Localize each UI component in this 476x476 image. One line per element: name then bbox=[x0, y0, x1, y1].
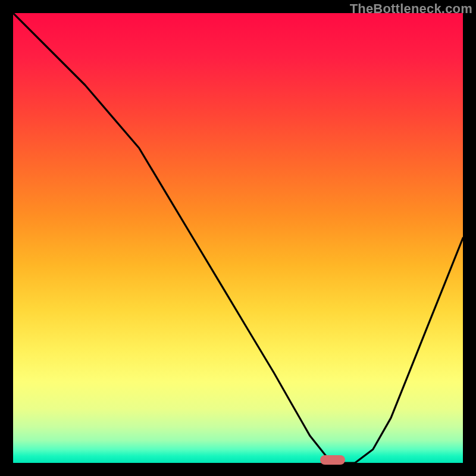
chart-frame: TheBottleneck.com bbox=[0, 0, 476, 476]
bottleneck-curve bbox=[13, 13, 463, 463]
optimal-point-marker bbox=[320, 455, 345, 465]
plot-area bbox=[13, 13, 463, 463]
